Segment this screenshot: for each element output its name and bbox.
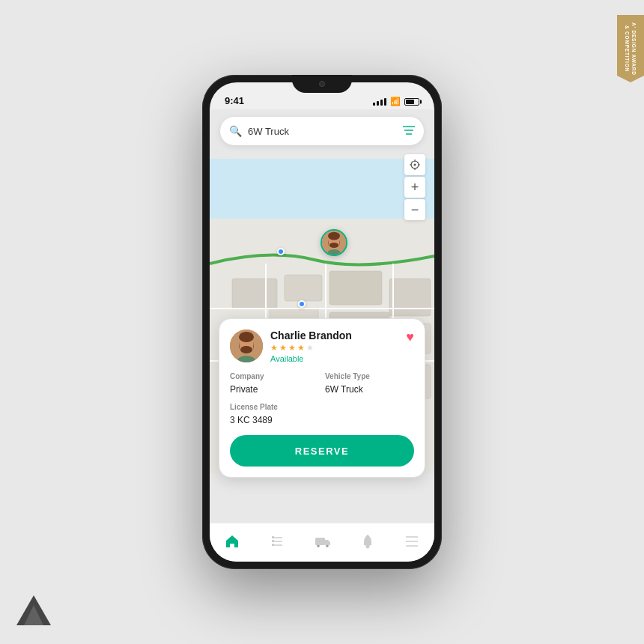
status-time: 9:41 — [225, 95, 244, 106]
a-logo — [15, 592, 52, 629]
svg-rect-7 — [389, 279, 431, 316]
svg-point-40 — [240, 346, 252, 353]
svg-point-34 — [328, 232, 340, 240]
svg-rect-5 — [285, 275, 322, 301]
location-dot-1 — [277, 248, 285, 255]
svg-rect-47 — [272, 544, 274, 546]
svg-point-49 — [317, 544, 320, 547]
star-3: ★ — [288, 343, 296, 353]
favorite-button[interactable]: ♥ — [406, 329, 414, 345]
driver-name: Charlie Brandon — [270, 329, 398, 341]
award-badge: A' DESIGN AWARD & COMPETITION — [617, 15, 644, 82]
vehicle-type-value: 6W Truck — [325, 384, 363, 395]
reserve-button[interactable]: RESERVE — [230, 435, 414, 467]
nav-bell[interactable] — [361, 534, 374, 549]
svg-rect-6 — [329, 271, 382, 305]
svg-rect-46 — [272, 540, 274, 542]
svg-rect-48 — [315, 538, 325, 545]
phone-screen: 9:41 📶 — [210, 82, 434, 562]
card-header: Charlie Brandon ★ ★ ★ ★ ★ Available ♥ — [230, 329, 414, 363]
zoom-out-button[interactable]: − — [404, 199, 425, 220]
signal-icon — [373, 98, 386, 106]
company-label: Company — [230, 372, 319, 380]
status-icons: 📶 — [373, 97, 419, 106]
phone-notch — [292, 75, 352, 93]
company-value: Private — [230, 384, 258, 395]
location-dot-2 — [298, 300, 306, 308]
phone-device: 9:41 📶 — [202, 75, 442, 569]
svg-rect-45 — [272, 536, 274, 538]
star-1: ★ — [270, 343, 278, 353]
license-label: License Plate — [230, 403, 414, 411]
license-value: 3 KC 3489 — [230, 415, 273, 425]
company-detail: Company Private — [230, 372, 319, 395]
bottom-navigation — [210, 523, 434, 562]
driver-info: Charlie Brandon ★ ★ ★ ★ ★ Available — [270, 329, 398, 363]
driver-map-pin[interactable] — [321, 229, 347, 256]
svg-point-35 — [329, 243, 338, 248]
location-button[interactable] — [404, 154, 425, 175]
wifi-icon: 📶 — [390, 97, 401, 106]
card-details: Company Private Vehicle Type 6W Truck — [230, 372, 414, 395]
nav-truck[interactable] — [315, 535, 331, 548]
map-area: 🔍 6W Truck — [210, 109, 434, 523]
nav-list[interactable] — [270, 534, 285, 549]
camera-dot — [319, 81, 325, 87]
svg-point-52 — [366, 546, 369, 548]
nav-home[interactable] — [225, 534, 240, 549]
svg-point-27 — [414, 164, 416, 166]
vehicle-type-label: Vehicle Type — [325, 372, 414, 380]
map-controls: + − — [404, 154, 425, 220]
search-input[interactable]: 6W Truck — [248, 126, 403, 137]
star-2: ★ — [279, 343, 287, 353]
battery-icon — [404, 98, 419, 106]
availability-status: Available — [270, 354, 398, 363]
svg-point-50 — [326, 544, 329, 547]
star-rating: ★ ★ ★ ★ ★ — [270, 343, 398, 353]
svg-point-39 — [239, 332, 254, 342]
license-section: License Plate 3 KC 3489 — [230, 403, 414, 426]
search-icon: 🔍 — [229, 125, 242, 137]
vehicle-type-detail: Vehicle Type 6W Truck — [325, 372, 414, 395]
search-bar[interactable]: 🔍 6W Truck — [220, 117, 424, 145]
star-4: ★ — [297, 343, 305, 353]
svg-rect-4 — [232, 279, 277, 309]
nav-menu[interactable] — [404, 535, 419, 547]
star-5: ★ — [306, 343, 314, 353]
driver-card: Charlie Brandon ★ ★ ★ ★ ★ Available ♥ — [219, 318, 425, 478]
zoom-in-button[interactable]: + — [404, 177, 425, 198]
driver-avatar — [230, 329, 263, 362]
filter-icon[interactable] — [403, 125, 415, 137]
